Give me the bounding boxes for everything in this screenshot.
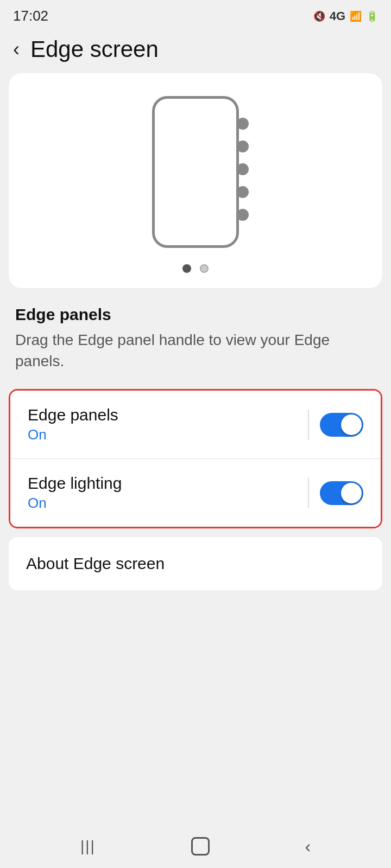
description-text: Drag the Edge panel handle to view your … — [15, 329, 376, 372]
phone-illustration — [147, 91, 244, 253]
edge-lighting-toggle-container — [308, 478, 363, 508]
description-title: Edge panels — [15, 305, 376, 324]
network-icon: 4G — [330, 9, 345, 23]
edge-panels-toggle[interactable] — [320, 413, 363, 437]
edge-lighting-label: Edge lighting — [28, 474, 122, 493]
about-label: About Edge screen — [26, 554, 165, 572]
home-button[interactable] — [191, 837, 210, 856]
edge-dot-5 — [237, 209, 249, 221]
bottom-nav: ||| ‹ — [0, 825, 391, 868]
back-nav-button[interactable]: ‹ — [305, 837, 311, 857]
status-icons: 🔇 4G 📶 🔋 — [313, 9, 378, 23]
page-title: Edge screen — [30, 36, 159, 62]
pagination-dot-inactive[interactable] — [200, 264, 209, 273]
silent-icon: 🔇 — [313, 10, 325, 22]
pagination-dots — [182, 264, 209, 273]
edge-lighting-setting[interactable]: Edge lighting On — [10, 458, 381, 527]
edge-dots — [237, 118, 249, 221]
pagination-dot-active[interactable] — [182, 264, 191, 273]
header: ‹ Edge screen — [0, 29, 391, 73]
edge-lighting-status: On — [28, 495, 122, 512]
status-time: 17:02 — [13, 8, 48, 24]
signal-icon: 📶 — [350, 10, 362, 22]
edge-panels-status: On — [28, 426, 118, 443]
settings-card: Edge panels On Edge lighting On — [9, 389, 382, 528]
battery-icon: 🔋 — [366, 10, 378, 22]
edge-dot-3 — [237, 163, 249, 175]
edge-lighting-info: Edge lighting On — [28, 474, 122, 512]
about-card[interactable]: About Edge screen — [9, 537, 382, 590]
status-bar: 17:02 🔇 4G 📶 🔋 — [0, 0, 391, 29]
edge-panels-setting[interactable]: Edge panels On — [10, 391, 381, 458]
edge-panels-toggle-knob — [341, 414, 362, 435]
edge-panels-label: Edge panels — [28, 406, 118, 424]
edge-panels-toggle-container — [308, 410, 363, 440]
description-section: Edge panels Drag the Edge panel handle t… — [0, 288, 391, 380]
edge-dot-1 — [237, 118, 249, 130]
edge-dot-4 — [237, 186, 249, 198]
edge-dot-2 — [237, 141, 249, 152]
toggle-divider-2 — [308, 478, 309, 508]
edge-lighting-toggle[interactable] — [320, 481, 363, 505]
edge-lighting-toggle-knob — [341, 483, 362, 503]
edge-panels-info: Edge panels On — [28, 406, 118, 443]
phone-body — [152, 96, 239, 248]
toggle-divider-1 — [308, 410, 309, 440]
recent-apps-button[interactable]: ||| — [80, 838, 96, 855]
preview-card — [9, 73, 382, 288]
back-button[interactable]: ‹ — [13, 40, 20, 59]
